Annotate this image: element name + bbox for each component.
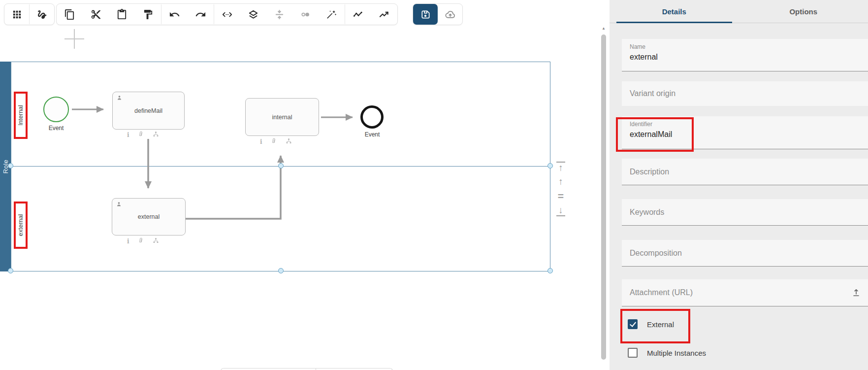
keywords-placeholder: Keywords bbox=[630, 199, 860, 225]
attachment-url-field[interactable]: Attachment (URL) bbox=[622, 279, 868, 306]
task-definemail-label: defineMail bbox=[134, 107, 162, 114]
hierarchy-icon[interactable] bbox=[153, 237, 159, 246]
lane-label-internal-highlight[interactable]: Internal bbox=[14, 92, 28, 139]
hierarchy-icon[interactable] bbox=[153, 131, 159, 139]
end-event-circle[interactable] bbox=[360, 105, 384, 129]
freehand-gesture-icon[interactable] bbox=[30, 4, 54, 24]
upload-icon[interactable] bbox=[851, 288, 861, 298]
identifier-field[interactable]: Identifier externalMail bbox=[622, 116, 868, 149]
lane-controls: ↑ ↑ = ↓ bbox=[553, 162, 568, 216]
move-lane-top-icon[interactable]: ↑ bbox=[556, 162, 565, 172]
info-icon[interactable]: i bbox=[127, 238, 129, 244]
selection-handle[interactable] bbox=[8, 163, 13, 168]
add-element-crosshair-icon[interactable] bbox=[64, 29, 84, 49]
external-checkbox-row: External bbox=[628, 318, 674, 330]
selection-handle[interactable] bbox=[547, 268, 553, 273]
variant-origin-field[interactable]: Variant origin bbox=[622, 81, 868, 106]
selection-handle[interactable] bbox=[278, 163, 284, 168]
selection-handle[interactable] bbox=[8, 268, 13, 273]
description-field[interactable]: Description bbox=[622, 159, 868, 185]
toolbar-group-view bbox=[4, 3, 55, 25]
auto-layout-wand-icon[interactable] bbox=[319, 4, 345, 24]
start-event-circle[interactable] bbox=[43, 97, 69, 122]
polyline-connector-icon[interactable] bbox=[345, 4, 371, 24]
bottom-palette-edge bbox=[221, 368, 393, 370]
multiple-instances-checkbox[interactable] bbox=[628, 348, 638, 358]
task-internal-meta: i bbox=[260, 138, 292, 145]
process-modeler-app: Role Internal external Event defineMail … bbox=[0, 0, 868, 370]
align-vertical-center-icon[interactable] bbox=[266, 4, 292, 24]
distribute-horizontal-icon[interactable] bbox=[214, 4, 240, 24]
task-external-label: external bbox=[138, 213, 160, 220]
cloud-upload-icon[interactable] bbox=[438, 4, 462, 24]
person-icon bbox=[116, 95, 123, 101]
properties-panel: Details Options Name external Variant or… bbox=[610, 0, 868, 370]
selection-handle[interactable] bbox=[547, 163, 553, 168]
panel-tabs: Details Options bbox=[610, 0, 868, 23]
identifier-field-label: Identifier bbox=[630, 116, 860, 128]
copy-icon[interactable] bbox=[57, 4, 83, 24]
move-lane-bottom-icon[interactable]: ↓ bbox=[556, 205, 565, 216]
decomposition-placeholder: Decomposition bbox=[630, 240, 860, 266]
task-definemail-meta: i bbox=[127, 131, 159, 138]
multiple-instances-checkbox-row: Multiple Instances bbox=[628, 347, 706, 359]
format-painter-icon[interactable] bbox=[135, 4, 161, 24]
external-checkbox-label: External bbox=[647, 320, 674, 329]
tab-options[interactable]: Options bbox=[739, 0, 868, 23]
name-field[interactable]: Name external bbox=[622, 39, 868, 71]
endpoint-style-icon[interactable] bbox=[292, 4, 319, 24]
toolbar-group-edit bbox=[56, 3, 398, 25]
equalize-lanes-icon[interactable]: = bbox=[556, 191, 565, 201]
task-internal-label: internal bbox=[272, 114, 292, 121]
lane-label-external: external bbox=[17, 214, 24, 236]
start-event-label: Event bbox=[41, 125, 71, 132]
lane-label-external-highlight[interactable]: external bbox=[14, 202, 28, 249]
attachment-url-placeholder: Attachment (URL) bbox=[630, 279, 860, 306]
task-external-meta: i bbox=[127, 237, 159, 245]
move-lane-up-icon[interactable]: ↑ bbox=[556, 177, 565, 186]
layers-icon[interactable] bbox=[240, 4, 266, 24]
grid-view-icon[interactable] bbox=[4, 4, 29, 24]
name-field-label: Name bbox=[630, 39, 860, 50]
description-placeholder: Description bbox=[630, 159, 860, 185]
paste-icon[interactable] bbox=[109, 4, 135, 24]
task-definemail[interactable]: defineMail bbox=[112, 92, 185, 130]
info-icon[interactable]: i bbox=[260, 139, 262, 145]
straighten-connector-icon[interactable] bbox=[371, 4, 397, 24]
selection-handle[interactable] bbox=[278, 268, 284, 273]
person-icon bbox=[116, 201, 122, 207]
hierarchy-icon[interactable] bbox=[286, 137, 292, 146]
multiple-instances-checkbox-label: Multiple Instances bbox=[647, 349, 706, 357]
info-icon[interactable]: i bbox=[127, 132, 129, 138]
task-external[interactable]: external bbox=[112, 198, 186, 235]
identifier-field-value: externalMail bbox=[630, 128, 860, 139]
toolbar bbox=[0, 0, 542, 30]
external-checkbox[interactable] bbox=[628, 319, 638, 329]
keywords-field[interactable]: Keywords bbox=[622, 199, 868, 226]
variant-origin-placeholder: Variant origin bbox=[630, 81, 860, 106]
task-internal[interactable]: internal bbox=[245, 98, 319, 136]
cut-icon[interactable] bbox=[83, 4, 109, 24]
tab-details[interactable]: Details bbox=[610, 0, 739, 23]
scrollbar-thumb[interactable] bbox=[601, 34, 606, 360]
undo-icon[interactable] bbox=[161, 4, 188, 24]
end-event-label: Event bbox=[357, 131, 387, 138]
scrollbar-up-icon[interactable]: ▲ bbox=[600, 26, 607, 31]
save-icon[interactable] bbox=[413, 4, 438, 25]
decomposition-field[interactable]: Decomposition bbox=[622, 240, 868, 267]
redo-icon[interactable] bbox=[188, 4, 214, 24]
lane-label-internal: Internal bbox=[17, 105, 24, 126]
toolbar-group-persist bbox=[413, 3, 463, 25]
name-field-value: external bbox=[630, 50, 860, 62]
